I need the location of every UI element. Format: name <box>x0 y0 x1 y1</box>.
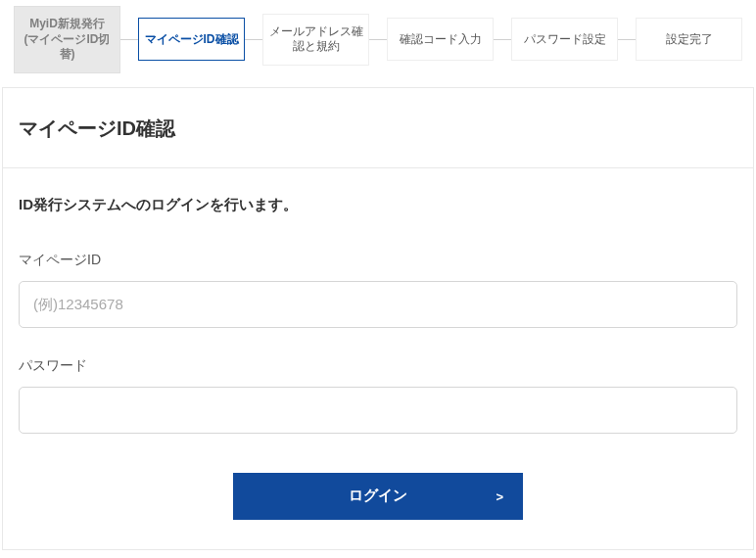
step-myid-issue: MyiD新規発行(マイページID切替) <box>14 6 120 73</box>
step-code-input: 確認コード入力 <box>387 18 494 61</box>
step-connector <box>494 39 511 40</box>
step-connector <box>245 39 262 40</box>
step-email-terms: メールアドレス確認と規約 <box>262 14 369 66</box>
panel-body: ID発行システムへのログインを行います。 マイページID パスワード ログイン … <box>3 168 753 549</box>
submit-row: ログイン > <box>19 473 737 520</box>
chevron-right-icon: > <box>496 488 503 503</box>
step-password-set: パスワード設定 <box>511 18 618 61</box>
step-connector <box>120 39 138 40</box>
step-connector <box>618 39 636 40</box>
stepper: MyiD新規発行(マイページID切替) マイページID確認 メールアドレス確認と… <box>0 0 756 87</box>
login-button[interactable]: ログイン > <box>233 473 523 520</box>
step-mypage-id-confirm: マイページID確認 <box>138 18 245 61</box>
step-complete: 設定完了 <box>636 18 742 61</box>
mypage-id-label: マイページID <box>19 252 737 269</box>
form-row-mypage-id: マイページID <box>19 252 737 328</box>
page-title: マイページID確認 <box>3 88 753 168</box>
mypage-id-input[interactable] <box>19 281 737 328</box>
login-button-label: ログイン <box>349 487 407 505</box>
password-input[interactable] <box>19 387 737 434</box>
password-label: パスワード <box>19 357 737 375</box>
subheading: ID発行システムへのログインを行います。 <box>19 196 737 214</box>
main-panel: マイページID確認 ID発行システムへのログインを行います。 マイページID パ… <box>2 87 754 550</box>
form-row-password: パスワード <box>19 357 737 434</box>
step-connector <box>369 39 387 40</box>
